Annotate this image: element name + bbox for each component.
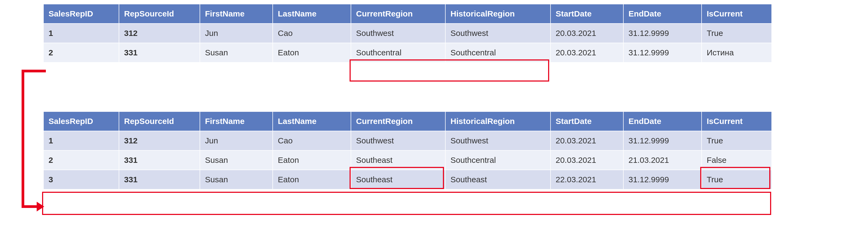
table-cell: Southwest [445,131,551,150]
col-header: IsCurrent [702,112,772,131]
col-header: SalesRepID [43,112,119,131]
table-cell: 331 [119,170,200,189]
col-header: IsCurrent [702,4,772,24]
col-header: FirstName [200,112,273,131]
table-cell: Susan [200,150,273,170]
arrow-segment [22,70,24,208]
table-cell: Cao [273,131,351,150]
table-cell: Eaton [273,170,351,189]
table-cell: Jun [200,131,273,150]
table-cell: 20.03.2021 [551,43,623,62]
table-cell: 22.03.2021 [551,170,623,189]
arrow-head-icon [37,202,44,211]
col-header: EndDate [623,112,702,131]
col-header: SalesRepID [43,4,119,24]
table-cell: Southeast [351,170,445,189]
table-cell: 20.03.2021 [551,131,623,150]
table-cell: True [702,170,772,189]
table-cell: 20.03.2021 [551,150,623,170]
table-cell: 2 [43,43,119,62]
table-cell: Southwest [445,24,551,43]
table-after: SalesRepIDRepSourceIdFirstNameLastNameCu… [43,111,772,190]
table-cell: Истина [702,43,772,62]
arrow-segment [22,70,46,73]
highlight-box [42,192,771,215]
col-header: EndDate [623,4,702,24]
table-cell: 1 [43,131,119,150]
col-header: FirstName [200,4,273,24]
table-cell: 312 [119,24,200,43]
table-cell: Eaton [273,43,351,62]
table-cell: 20.03.2021 [551,24,623,43]
table-cell: Cao [273,24,351,43]
table-cell: 31.12.9999 [623,131,702,150]
col-header: StartDate [551,4,623,24]
table-header-row: SalesRepIDRepSourceIdFirstNameLastNameCu… [43,4,772,24]
table-cell: True [702,24,772,43]
table-cell: 21.03.2021 [623,150,702,170]
col-header: RepSourceId [119,4,200,24]
table-cell: 1 [43,24,119,43]
table-row: 1312JunCaoSouthwestSouthwest20.03.202131… [43,131,772,150]
table-row: 2331SusanEatonSouthcentralSouthcentral20… [43,43,772,62]
table-cell: Jun [200,24,273,43]
table-cell: False [702,150,772,170]
table-row: 1312JunCaoSouthwestSouthwest20.03.202131… [43,24,772,43]
table-cell: 331 [119,150,200,170]
table-cell: Southcentral [445,43,551,62]
arrow-segment [22,205,38,208]
table-cell: Susan [200,43,273,62]
table-cell: 31.12.9999 [623,43,702,62]
table-cell: True [702,131,772,150]
col-header: HistoricalRegion [445,112,551,131]
table-cell: 312 [119,131,200,150]
col-header: RepSourceId [119,112,200,131]
table-cell: 31.12.9999 [623,24,702,43]
col-header: StartDate [551,112,623,131]
table-cell: 3 [43,170,119,189]
table-cell: Southwest [351,131,445,150]
table-row: 3331SusanEatonSoutheastSoutheast22.03.20… [43,170,772,189]
table-cell: Southeast [351,150,445,170]
table-header-row: SalesRepIDRepSourceIdFirstNameLastNameCu… [43,112,772,131]
table-cell: Southeast [445,170,551,189]
col-header: CurrentRegion [351,112,445,131]
table-cell: Susan [200,170,273,189]
diagram-wrap: SalesRepIDRepSourceIdFirstNameLastNameCu… [0,0,868,229]
table-cell: 2 [43,150,119,170]
table-cell: 331 [119,43,200,62]
table-cell: Southwest [351,24,445,43]
table-cell: Eaton [273,150,351,170]
table-row: 2331SusanEatonSoutheastSouthcentral20.03… [43,150,772,170]
table-cell: 31.12.9999 [623,170,702,189]
col-header: LastName [273,112,351,131]
table-cell: Southcentral [351,43,445,62]
highlight-box [349,59,549,82]
table-before: SalesRepIDRepSourceIdFirstNameLastNameCu… [43,4,772,63]
col-header: LastName [273,4,351,24]
col-header: CurrentRegion [351,4,445,24]
col-header: HistoricalRegion [445,4,551,24]
table-cell: Southcentral [445,150,551,170]
